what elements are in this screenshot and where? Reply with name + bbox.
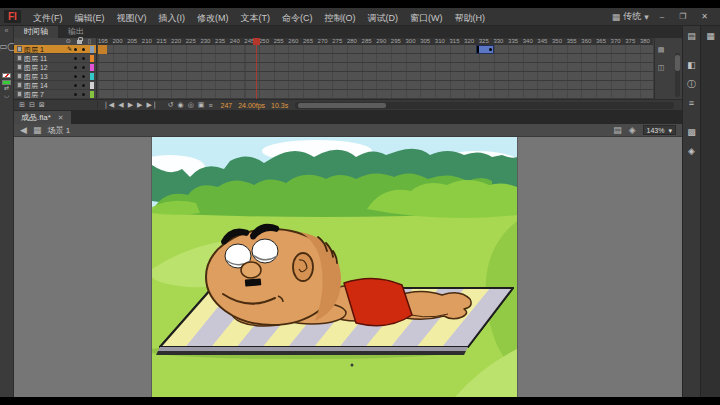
tween-span[interactable] bbox=[476, 45, 494, 54]
layer-visibility-dot[interactable] bbox=[74, 48, 77, 51]
timeline-panel: 时间轴 输出 ⊙ ▯ 图层 1✎图层 11图层 12图层 13图层 14图层 7… bbox=[14, 26, 682, 110]
snap-magnet-button[interactable]: ◡ bbox=[4, 92, 9, 99]
scrollbar-thumb[interactable] bbox=[675, 55, 680, 71]
layer-outline-color-swatch[interactable] bbox=[90, 55, 94, 62]
stroke-color-swatch[interactable] bbox=[2, 73, 11, 78]
layer-name[interactable]: 图层 14 bbox=[24, 81, 72, 90]
back-arrow-icon[interactable]: ◀ bbox=[20, 125, 27, 135]
minimize-button[interactable]: – bbox=[656, 12, 668, 21]
layer-outline-color-swatch[interactable] bbox=[90, 82, 94, 89]
layer-visibility-dot[interactable] bbox=[74, 93, 77, 96]
current-frame-value[interactable]: 247 bbox=[217, 102, 235, 109]
layer-outline-color-swatch[interactable] bbox=[90, 91, 94, 98]
step-back-one-frame-button[interactable]: ◀ bbox=[118, 101, 123, 109]
edit-symbol-button[interactable]: ◈ bbox=[629, 125, 636, 135]
menu-item-6[interactable]: 命令(C) bbox=[276, 13, 319, 23]
delete-layer-button[interactable]: ⊠ bbox=[39, 101, 45, 109]
layer-lock-dot[interactable] bbox=[82, 84, 85, 87]
menu-item-8[interactable]: 调试(D) bbox=[361, 13, 404, 23]
stage-canvas[interactable] bbox=[152, 137, 517, 397]
tools-panel: « ➤▷▣◈✇✒T╲▭◯✎✐❆∿◍✑▱☛⊙ ⇄ ◡ bbox=[0, 26, 14, 397]
swatches-panel-icon[interactable]: ▩ bbox=[685, 126, 699, 139]
layer-name[interactable]: 图层 11 bbox=[24, 54, 72, 63]
scene-name[interactable]: 场景 1 bbox=[47, 125, 70, 136]
transform-panel-icon[interactable]: ◈ bbox=[685, 145, 699, 158]
stage-zoom-select[interactable]: 143% ▾ bbox=[643, 125, 676, 135]
layer-visibility-dot[interactable] bbox=[74, 75, 77, 78]
scrollbar-thumb[interactable] bbox=[298, 103, 386, 108]
timeline-vertical-scrollbar[interactable] bbox=[675, 53, 680, 97]
tab-timeline[interactable]: 时间轴 bbox=[14, 26, 58, 38]
library-panel-icon[interactable]: ▦ bbox=[704, 30, 718, 43]
new-layer-button[interactable]: ⊞ bbox=[19, 101, 25, 109]
onion-skin-outlines-button[interactable]: ◎ bbox=[188, 101, 194, 109]
frame-rate-value[interactable]: 24.00fps bbox=[235, 102, 268, 109]
onion-skin-button[interactable]: ◉ bbox=[178, 101, 184, 109]
menu-item-0[interactable]: 文件(F) bbox=[27, 13, 69, 23]
ruler-frame-label: 225 bbox=[186, 38, 196, 45]
play-button[interactable]: ▶ bbox=[128, 101, 133, 109]
onion-skin-controls: ↺◉◎▣≡ bbox=[163, 101, 218, 109]
layer-name[interactable]: 图层 12 bbox=[24, 63, 72, 72]
menu-item-3[interactable]: 插入(I) bbox=[152, 13, 191, 23]
menu-item-4[interactable]: 修改(M) bbox=[191, 13, 235, 23]
close-button[interactable]: ✕ bbox=[697, 12, 712, 21]
edit-multiple-frames-button[interactable]: ▣ bbox=[198, 101, 205, 109]
menu-item-1[interactable]: 编辑(E) bbox=[68, 13, 110, 23]
layer-visibility-dot[interactable] bbox=[74, 84, 77, 87]
document-tab[interactable]: 成品.fla* ✕ bbox=[14, 111, 71, 124]
modify-markers-button[interactable]: ≡ bbox=[208, 102, 212, 109]
ruler-frame-label: 255 bbox=[274, 38, 284, 45]
restore-button[interactable]: ❐ bbox=[675, 12, 690, 21]
layer-outline-color-swatch[interactable] bbox=[90, 73, 94, 80]
info-panel-icon[interactable]: ⓘ bbox=[685, 78, 699, 91]
layer-row-6[interactable]: 图层 7 bbox=[14, 90, 96, 99]
layer-visibility-dot[interactable] bbox=[74, 66, 77, 69]
step-forward-one-frame-button[interactable]: ▶ bbox=[137, 101, 142, 109]
collapse-panel-icon[interactable]: « bbox=[5, 27, 9, 35]
center-frame-button[interactable]: ▤ bbox=[655, 44, 667, 56]
workspace-switcher[interactable]: ▦ 传统 ▾ bbox=[612, 10, 649, 23]
layer-visibility-dot[interactable] bbox=[74, 57, 77, 60]
tab-output[interactable]: 输出 bbox=[58, 26, 94, 38]
loop-button[interactable]: ↺ bbox=[168, 101, 174, 109]
layer-lock-dot[interactable] bbox=[82, 66, 85, 69]
ruler-frame-label: 295 bbox=[391, 38, 401, 45]
playhead[interactable] bbox=[253, 38, 260, 45]
frames-area[interactable]: 1952002052102152202252302352402452502552… bbox=[98, 38, 653, 99]
color-panel-icon[interactable]: ◧ bbox=[685, 59, 699, 72]
layer-lock-dot[interactable] bbox=[82, 48, 85, 51]
lock-all-layers-icon[interactable] bbox=[77, 40, 82, 44]
menu-item-7[interactable]: 控制(O) bbox=[318, 13, 361, 23]
outline-all-layers-icon[interactable]: ▯ bbox=[88, 38, 91, 45]
layer-name[interactable]: 图层 7 bbox=[24, 90, 72, 99]
swap-colors-button[interactable]: ⇄ bbox=[4, 85, 9, 92]
ruler-frame-label: 210 bbox=[142, 38, 152, 45]
onion-markers-button[interactable]: ◫ bbox=[655, 62, 667, 74]
timeline-tabs: 时间轴 输出 bbox=[14, 26, 682, 38]
layer-lock-dot[interactable] bbox=[82, 75, 85, 78]
layer-outline-color-swatch[interactable] bbox=[90, 46, 94, 53]
go-to-last-frame-button[interactable]: ▶❘ bbox=[146, 101, 157, 109]
timeline-ruler[interactable]: 1952002052102152202252302352402452502552… bbox=[98, 38, 653, 45]
frames-grid[interactable] bbox=[98, 45, 653, 99]
properties-panel-icon[interactable]: ▤ bbox=[685, 30, 699, 43]
layer-lock-dot[interactable] bbox=[82, 57, 85, 60]
edit-scene-button[interactable]: ▤ bbox=[613, 125, 622, 135]
close-document-icon[interactable]: ✕ bbox=[58, 114, 64, 122]
timeline-horizontal-scrollbar[interactable] bbox=[295, 102, 674, 109]
menu-item-5[interactable]: 文本(T) bbox=[234, 13, 276, 23]
layer-lock-dot[interactable] bbox=[82, 93, 85, 96]
go-to-first-frame-button[interactable]: ❘◀ bbox=[103, 101, 114, 109]
selected-frame-cell[interactable] bbox=[98, 45, 107, 54]
menu-item-10[interactable]: 帮助(H) bbox=[448, 13, 491, 23]
layer-name[interactable]: 图层 13 bbox=[24, 72, 72, 81]
menu-item-9[interactable]: 窗口(W) bbox=[404, 13, 449, 23]
layer-outline-color-swatch[interactable] bbox=[90, 64, 94, 71]
pasteboard[interactable] bbox=[14, 137, 682, 397]
ruler-frame-label: 285 bbox=[362, 38, 372, 45]
layer-name[interactable]: 图层 1 bbox=[24, 45, 65, 54]
align-panel-icon[interactable]: ≡ bbox=[685, 97, 699, 110]
new-folder-button[interactable]: ⊟ bbox=[29, 101, 35, 109]
menu-item-2[interactable]: 视图(V) bbox=[110, 13, 152, 23]
